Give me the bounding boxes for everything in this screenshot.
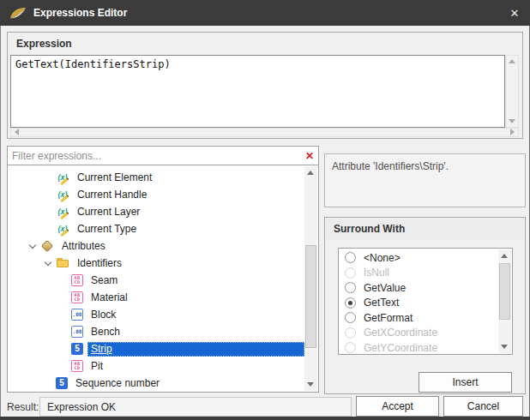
- radio-option-getvalue[interactable]: GetValue: [340, 280, 497, 296]
- tree-item-label: Current Element: [74, 171, 304, 185]
- accept-button[interactable]: Accept: [356, 396, 439, 417]
- radio-button-icon: [345, 342, 356, 353]
- expression-icon: (x): [56, 205, 69, 219]
- tree-item-label: Pit: [87, 359, 304, 374]
- surround-options-list: <None>IsNullGetValueGetTextGetFormatGetX…: [338, 248, 513, 355]
- tree-scrollbar-thumb[interactable]: [305, 245, 316, 348]
- number-icon: 5: [56, 377, 68, 389]
- expression-horizontal-scrollbar[interactable]: [10, 128, 519, 137]
- expression-group: Expression GetText(IdentifiersStrip): [7, 32, 523, 139]
- tree-item-label: Material: [87, 291, 304, 305]
- clear-filter-icon[interactable]: ✕: [301, 150, 318, 162]
- tree-item-identifiers[interactable]: Identifiers: [9, 255, 304, 272]
- tree-item-pit[interactable]: ABCDPit: [9, 357, 304, 375]
- list-scroll-up-button[interactable]: [498, 249, 511, 262]
- tree-item-label: Current Layer: [74, 205, 304, 219]
- tree-item-label: Seam: [87, 273, 304, 288]
- abcd-icon: ABCD: [71, 360, 83, 372]
- scroll-down-icon[interactable]: [509, 119, 515, 123]
- radio-option-gettext[interactable]: GetText: [340, 296, 497, 311]
- tree-item-label: Current Type: [74, 222, 304, 237]
- window-border-bottom: [0, 417, 530, 420]
- tree-item-current-element[interactable]: (x)Current Element: [9, 169, 304, 186]
- radio-option-none[interactable]: <None>: [340, 250, 497, 266]
- tree-scroll-up-button[interactable]: [304, 166, 317, 179]
- filter-input[interactable]: [8, 150, 301, 162]
- folder-icon: [56, 256, 69, 270]
- surround-list-scrollbar[interactable]: [498, 249, 511, 353]
- surround-with-group: Surround With <None>IsNullGetValueGetTex…: [324, 217, 526, 394]
- tree-item-current-layer[interactable]: (x)Current Layer: [9, 203, 304, 220]
- radio-option-getycoordinate: GetYCoordinate: [340, 340, 497, 356]
- abcd-icon: ABCD: [71, 274, 83, 286]
- expression-input[interactable]: GetText(IdentifiersStrip): [10, 55, 505, 128]
- chevron-down-icon[interactable]: [25, 245, 40, 248]
- tree-scrollbar[interactable]: [304, 166, 317, 391]
- radio-option-label: GetText: [364, 297, 399, 309]
- tree-item-seam[interactable]: ABCDSeam: [9, 272, 304, 289]
- radio-button-icon[interactable]: [345, 252, 356, 263]
- scroll-up-icon[interactable]: [509, 59, 515, 63]
- close-icon[interactable]: ✕: [506, 5, 523, 21]
- radio-option-getformat[interactable]: GetFormat: [340, 310, 497, 326]
- abcd-icon: ABCD: [71, 291, 83, 303]
- radio-button-icon: [345, 327, 356, 339]
- tree-item-label: Strip: [87, 342, 304, 357]
- expression-tree: (x)Current Element(x)Current Handle(x)Cu…: [7, 165, 319, 393]
- radio-button-icon[interactable]: [345, 312, 356, 323]
- tree-item-label: Current Handle: [74, 188, 304, 202]
- tree-item-label: Block: [87, 308, 304, 322]
- insert-button[interactable]: Insert: [419, 372, 512, 393]
- scroll-left-icon[interactable]: [15, 129, 19, 135]
- radio-option-label: GetValue: [364, 282, 406, 294]
- description-panel: Attribute 'Identifiers\Strip'.: [324, 153, 526, 207]
- tree-rows: (x)Current Element(x)Current Handle(x)Cu…: [9, 169, 304, 391]
- tree-item-block[interactable]: .08Block: [9, 306, 304, 323]
- digits-icon: .08: [71, 309, 83, 321]
- result-value: Expression OK: [39, 397, 352, 417]
- radio-button-icon[interactable]: [345, 297, 356, 309]
- chevron-down-icon[interactable]: [40, 262, 56, 265]
- surround-with-title: Surround With: [334, 223, 405, 235]
- tree-item-material[interactable]: ABCDMaterial: [9, 289, 304, 306]
- tree-item-sequence-number[interactable]: 5Sequence number: [9, 375, 304, 391]
- tree-item-attributes[interactable]: Attributes: [9, 237, 304, 255]
- window-border-left: [0, 26, 1, 417]
- tree-item-current-handle[interactable]: (x)Current Handle: [9, 186, 304, 203]
- tag-icon: [40, 239, 54, 253]
- list-scrollbar-thumb[interactable]: [499, 263, 510, 320]
- digits-icon: .08: [71, 326, 83, 338]
- filter-box: ✕: [7, 146, 319, 165]
- tree-item-bench[interactable]: .08Bench: [9, 323, 304, 340]
- tree-item-label: Sequence number: [72, 376, 304, 391]
- radio-option-isnull: IsNull: [340, 266, 497, 281]
- radio-option-label: <None>: [364, 252, 401, 264]
- number-icon: 5: [71, 343, 83, 355]
- expression-icon: (x): [56, 171, 69, 184]
- tree-item-label: Attributes: [58, 239, 304, 254]
- feather-icon: [9, 7, 27, 20]
- radio-button-icon[interactable]: [345, 282, 356, 293]
- radio-option-label: GetYCoordinate: [364, 342, 437, 354]
- expression-vertical-scrollbar[interactable]: [505, 55, 519, 128]
- radio-rows: <None>IsNullGetValueGetTextGetFormatGetX…: [340, 250, 497, 353]
- expression-group-title: Expression: [16, 38, 72, 50]
- result-label: Result:: [7, 401, 39, 413]
- tree-item-strip[interactable]: 5Strip: [9, 340, 304, 357]
- tree-item-current-type[interactable]: (x)Current Type: [9, 220, 304, 237]
- radio-option-label: GetFormat: [364, 312, 413, 324]
- list-scroll-down-button[interactable]: [498, 340, 511, 353]
- title-bar: Expressions Editor: [0, 0, 530, 26]
- radio-option-label: IsNull: [364, 267, 389, 279]
- expressions-editor-dialog: Expressions Editor ✕ Expression GetText(…: [0, 0, 530, 420]
- cancel-button[interactable]: Cancel: [443, 396, 523, 417]
- window-title: Expressions Editor: [33, 7, 127, 19]
- expression-icon: (x): [56, 188, 69, 201]
- radio-option-label: GetXCoordinate: [364, 327, 437, 339]
- tree-item-label: Identifiers: [74, 256, 304, 271]
- radio-option-getxcoordinate: GetXCoordinate: [340, 326, 497, 341]
- tree-item-label: Bench: [87, 325, 304, 339]
- expression-icon: (x): [56, 222, 69, 236]
- tree-scroll-down-button[interactable]: [304, 378, 317, 391]
- scroll-right-icon[interactable]: [510, 129, 515, 135]
